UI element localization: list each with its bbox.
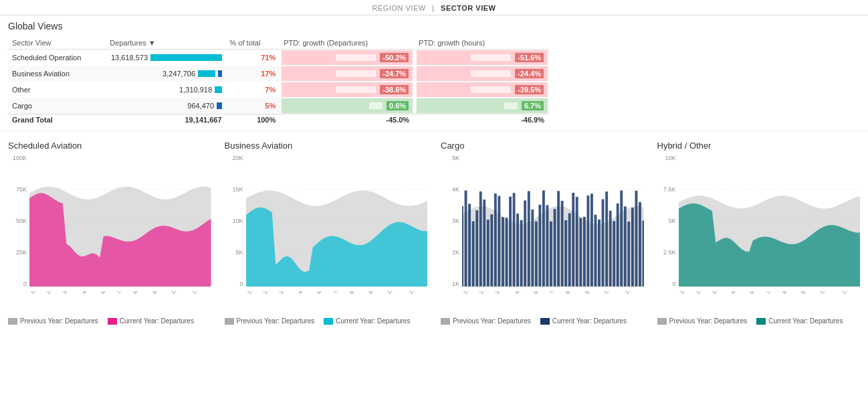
- chart-title-0: Scheduled Aviation: [8, 141, 211, 151]
- svg-rect-28: [520, 220, 523, 287]
- sector-name: Scheduled Operation: [8, 50, 106, 66]
- svg-rect-46: [586, 195, 589, 287]
- svg-rect-37: [554, 209, 556, 287]
- svg-rect-24: [506, 218, 508, 287]
- charts-section: Scheduled Aviation 100K75K50K25K0 1/1/20…: [0, 134, 868, 331]
- legend-curr-color-1: [324, 318, 333, 325]
- svg-rect-23: [502, 217, 504, 287]
- table-row: Business Aviation 3,247,706 17% -24.7% -…: [8, 66, 550, 82]
- chart-container-3: 10K7.5K5K2.5K0 1/1/202/8/203/17/204/24/2…: [657, 155, 861, 297]
- legend-0: Previous Year: Departures Current Year: …: [8, 317, 211, 325]
- chart-block-2: Cargo 5K4K3K2K1K 1/1/202/8/203/17/204/24…: [441, 141, 644, 325]
- ptd-hrs-cell: -39.5%: [415, 82, 550, 98]
- svg-rect-58: [631, 208, 634, 287]
- ptd-dep-cell: 0.6%: [280, 98, 415, 114]
- legend-curr-color-2: [540, 318, 550, 325]
- legend-curr-label-3: Current Year: Departures: [768, 317, 843, 325]
- legend-prev-0: Previous Year: Departures: [8, 317, 98, 325]
- th-ptd-dep: PTD: growth (Departures): [280, 37, 415, 50]
- svg-rect-18: [483, 199, 485, 287]
- svg-rect-39: [561, 201, 564, 287]
- svg-rect-21: [494, 193, 497, 287]
- svg-rect-38: [557, 191, 560, 287]
- chart-area-2: 1/1/202/8/203/17/204/24/206/1/207/9/208/…: [462, 155, 644, 297]
- ptd-hrs-cell: 6.7%: [415, 98, 550, 114]
- ptd-dep-cell: -24.7%: [280, 66, 415, 82]
- svg-rect-19: [487, 220, 490, 287]
- svg-rect-25: [509, 197, 512, 287]
- svg-rect-61: [643, 221, 644, 287]
- x-axis-1: 1/1/202/8/203/17/204/24/206/1/207/9/208/…: [246, 291, 428, 297]
- legend-curr-label-2: Current Year: Departures: [552, 317, 627, 325]
- chart-svg: [462, 155, 644, 289]
- chart-svg: [29, 155, 211, 289]
- svg-rect-48: [594, 215, 597, 287]
- svg-rect-51: [605, 191, 608, 287]
- chart-block-1: Business Aviation 20K15K10K5K0 1/1/202/8…: [225, 141, 428, 325]
- ptd-dep-cell: -38.6%: [280, 82, 415, 98]
- svg-rect-45: [583, 217, 586, 287]
- svg-rect-34: [542, 190, 545, 287]
- grand-total-departures: 19,141,667: [106, 114, 225, 126]
- svg-rect-41: [568, 213, 571, 286]
- table-row: Other 1,310,918 7% -38.6% -39.5%: [8, 82, 550, 98]
- svg-rect-60: [639, 202, 641, 287]
- svg-rect-14: [468, 204, 471, 287]
- nav-separator: |: [432, 4, 434, 12]
- table-row: Scheduled Operation 13,618,573 71% -50.2…: [8, 50, 550, 66]
- sector-name: Other: [8, 82, 106, 98]
- legend-curr-0: Current Year: Departures: [108, 317, 194, 325]
- chart-block-3: Hybrid / Other 10K7.5K5K2.5K0 1/1/202/8/…: [657, 141, 861, 325]
- x-axis-2: 1/1/202/8/203/17/204/24/206/1/207/9/208/…: [462, 291, 644, 297]
- svg-rect-15: [472, 222, 475, 287]
- table-row: Cargo 964,470 5% 0.6% 6.7%: [8, 98, 550, 114]
- th-departures[interactable]: Departures ▼: [106, 37, 225, 50]
- ptd-dep-cell: -50.2%: [280, 50, 415, 66]
- region-view-link[interactable]: REGION VIEW: [372, 4, 426, 12]
- pct-total: 5%: [226, 98, 280, 114]
- grand-total-ptd-dep: -45.0%: [280, 114, 415, 126]
- svg-rect-27: [516, 214, 519, 287]
- legend-prev-label-2: Previous Year: Departures: [453, 317, 531, 325]
- pct-total: 7%: [226, 82, 280, 98]
- grand-total-label: Grand Total: [8, 114, 106, 126]
- legend-prev-color-3: [657, 318, 667, 325]
- chart-title-1: Business Aviation: [225, 141, 428, 151]
- svg-rect-13: [465, 191, 467, 287]
- svg-rect-40: [564, 220, 567, 287]
- chart-title-2: Cargo: [441, 141, 644, 151]
- chart-area-0: 1/1/202/8/203/17/204/24/206/1/207/9/208/…: [29, 155, 211, 297]
- legend-curr-2: Current Year: Departures: [540, 317, 627, 325]
- ptd-hrs-cell: -51.6%: [415, 50, 550, 66]
- y-axis-2: 5K4K3K2K1K: [441, 155, 459, 289]
- svg-rect-30: [528, 191, 530, 287]
- svg-rect-29: [524, 200, 526, 287]
- chart-area-1: 1/1/202/8/203/17/204/24/206/1/207/9/208/…: [246, 155, 428, 297]
- svg-rect-26: [513, 193, 516, 287]
- departures-bar: 3,247,706: [106, 66, 225, 82]
- svg-rect-57: [627, 222, 630, 287]
- chart-svg: [679, 155, 861, 289]
- legend-curr-1: Current Year: Departures: [324, 317, 410, 325]
- sector-view-link[interactable]: SECTOR VIEW: [441, 4, 496, 12]
- departures-bar: 964,470: [106, 98, 225, 114]
- chart-title-3: Hybrid / Other: [657, 141, 861, 151]
- legend-curr-label-1: Current Year: Departures: [336, 317, 410, 325]
- global-views-title: Global Views: [8, 21, 860, 31]
- chart-container-2: 5K4K3K2K1K 1/1/202/8/203/17/204/24/206/1…: [441, 155, 644, 297]
- y-axis-3: 10K7.5K5K2.5K0: [657, 155, 676, 289]
- svg-rect-54: [617, 204, 619, 287]
- chart-block-0: Scheduled Aviation 100K75K50K25K0 1/1/20…: [8, 141, 211, 325]
- legend-prev-2: Previous Year: Departures: [441, 317, 531, 325]
- legend-curr-label-0: Current Year: Departures: [120, 317, 194, 325]
- x-axis-3: 1/1/202/8/203/17/204/24/206/1/207/9/208/…: [679, 291, 861, 297]
- svg-rect-22: [498, 196, 500, 287]
- pct-total: 71%: [226, 50, 280, 66]
- departures-bar: 13,618,573: [106, 50, 225, 66]
- top-nav: REGION VIEW | SECTOR VIEW: [0, 0, 868, 15]
- svg-rect-12: [462, 206, 463, 287]
- legend-prev-color-0: [8, 318, 17, 325]
- global-views-section: Global Views Sector View Departures ▼ % …: [0, 15, 868, 128]
- legend-1: Previous Year: Departures Current Year: …: [225, 317, 428, 325]
- x-axis-0: 1/1/202/8/203/17/204/24/206/1/207/9/208/…: [29, 291, 211, 297]
